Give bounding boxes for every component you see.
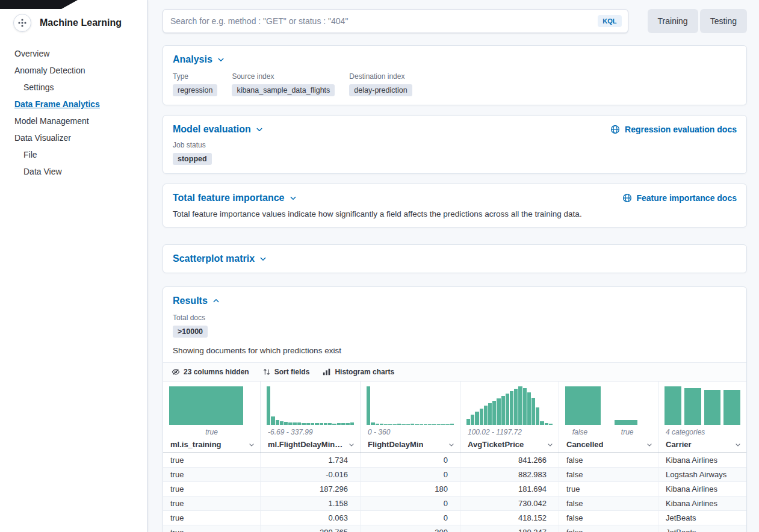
histogram-bar xyxy=(384,424,388,425)
column-menu-icon[interactable] xyxy=(448,441,455,448)
histogram-bar xyxy=(424,424,427,425)
field-value-badge: regression xyxy=(173,84,217,96)
histogram-bar xyxy=(284,422,288,425)
histogram-bar xyxy=(397,424,401,425)
table-cell: 0 xyxy=(361,468,460,481)
kql-badge[interactable]: KQL xyxy=(598,15,621,27)
histogram-bar xyxy=(497,398,500,425)
column-name[interactable]: Cancelled xyxy=(566,440,603,449)
table-cell: 300 xyxy=(361,525,460,532)
histogram-bar xyxy=(704,390,721,425)
histogram-bar xyxy=(565,386,601,425)
feature-importance-toggle[interactable]: Total feature importance xyxy=(173,193,297,203)
column-menu-icon[interactable] xyxy=(248,441,255,448)
training-button[interactable]: Training xyxy=(648,9,698,33)
sort-fields-button[interactable]: Sort fields xyxy=(259,363,314,381)
sidebar: Machine Learning OverviewAnomaly Detecti… xyxy=(0,0,147,532)
field-label: Destination index xyxy=(349,72,412,81)
column-header-Cancelled: falsetrueCancelled xyxy=(559,382,658,453)
column-menu-icon[interactable] xyxy=(547,441,554,448)
regression-evaluation-docs-link[interactable]: Regression evaluation docs xyxy=(610,125,737,134)
sidebar-item-settings[interactable]: Settings xyxy=(14,79,147,96)
results-toggle[interactable]: Results xyxy=(173,295,220,306)
histogram-range-label: true xyxy=(163,428,260,438)
grid-header: trueml.is_training-6.69 - 337.99ml.Fligh… xyxy=(163,382,746,453)
chevron-down-icon xyxy=(259,255,267,262)
histogram-bar xyxy=(341,423,345,425)
histogram-bar xyxy=(471,415,474,425)
total-docs-label: Total docs xyxy=(173,314,737,322)
histogram-bar xyxy=(267,386,270,425)
table-cell: true xyxy=(163,525,261,532)
testing-button[interactable]: Testing xyxy=(700,9,747,33)
scatterplot-toggle[interactable]: Scatterplot matrix xyxy=(173,253,267,264)
search-bar[interactable]: KQL xyxy=(163,9,628,33)
search-input[interactable] xyxy=(163,16,598,26)
scatterplot-panel: Scatterplot matrix xyxy=(163,244,747,273)
histogram-bar xyxy=(315,423,318,425)
histogram-bar xyxy=(684,388,701,425)
histogram-range-label: 100.02 - 1197.72 xyxy=(460,428,559,438)
sidebar-item-data-visualizer[interactable]: Data Visualizer xyxy=(14,129,147,146)
column-name[interactable]: Carrier xyxy=(666,440,692,449)
histogram-bar xyxy=(428,424,432,425)
docs-globe-icon xyxy=(622,193,632,203)
column-name[interactable]: ml.is_training xyxy=(170,440,222,449)
histogram-bar xyxy=(350,422,354,425)
histogram-bar xyxy=(523,388,527,425)
table-cell: true xyxy=(163,482,261,496)
histogram-bar xyxy=(536,407,539,425)
model-evaluation-toggle[interactable]: Model evaluation xyxy=(173,124,263,135)
job-status-badge: stopped xyxy=(173,153,212,165)
total-docs-badge: >10000 xyxy=(173,326,208,338)
table-cell: true xyxy=(163,511,261,525)
eye-closed-icon xyxy=(172,368,180,376)
histogram-bar xyxy=(492,401,496,425)
column-name[interactable]: ml.FlightDelayMin_pred xyxy=(268,440,345,449)
sidebar-item-model-management[interactable]: Model Management xyxy=(14,113,147,129)
histogram-bar xyxy=(514,389,518,425)
table-cell: false xyxy=(559,496,658,510)
column-menu-icon[interactable] xyxy=(646,441,653,448)
histogram-bar xyxy=(518,386,522,425)
model-evaluation-title: Model evaluation xyxy=(173,124,251,135)
column-name[interactable]: FlightDelayMin xyxy=(368,440,423,449)
feature-importance-panel: Total feature importance Feature importa… xyxy=(163,184,747,227)
column-name[interactable]: AvgTicketPrice xyxy=(468,440,524,449)
field-label: Source index xyxy=(232,72,335,81)
feature-importance-docs-link[interactable]: Feature importance docs xyxy=(622,193,737,203)
sidebar-item-file[interactable]: File xyxy=(14,146,147,163)
ml-logo-icon xyxy=(17,18,27,28)
histogram-range-label: 4 categories xyxy=(658,428,746,438)
results-panel: Results Total docs >10000 Showing docume… xyxy=(163,286,747,532)
sidebar-item-overview[interactable]: Overview xyxy=(14,45,147,62)
analysis-toggle[interactable]: Analysis xyxy=(173,54,225,65)
chevron-up-icon xyxy=(212,297,220,305)
table-cell: true xyxy=(559,482,658,496)
top-bar: KQL Training Testing xyxy=(163,9,747,33)
ml-logo xyxy=(13,14,31,32)
sidebar-item-data-frame-analytics[interactable]: Data Frame Analytics xyxy=(14,96,147,113)
histogram-bar xyxy=(531,398,535,425)
histogram-charts-button[interactable]: Histogram charts xyxy=(319,363,398,381)
table-cell: 882.983 xyxy=(460,468,559,481)
table-cell: Kibana Airlines xyxy=(658,453,746,467)
histogram xyxy=(163,386,260,425)
histogram-bar xyxy=(527,392,531,425)
histogram-bar xyxy=(371,422,374,425)
column-menu-icon[interactable] xyxy=(348,441,355,448)
column-menu-icon[interactable] xyxy=(734,441,742,448)
table-row: true187.296180181.694trueKibana Airlines xyxy=(163,482,746,496)
histogram-bar xyxy=(484,406,488,425)
table-cell: true xyxy=(163,453,261,467)
table-cell: -0.016 xyxy=(261,468,361,481)
sidebar-item-data-view[interactable]: Data View xyxy=(14,163,147,180)
table-cell: 0 xyxy=(361,496,460,510)
table-row: true0.0630418.152falseJetBeats xyxy=(163,511,746,525)
sidebar-item-anomaly-detection[interactable]: Anomaly Detection xyxy=(14,62,147,79)
columns-hidden-button[interactable]: 23 columns hidden xyxy=(168,363,253,381)
histogram-bar xyxy=(510,391,513,425)
histogram xyxy=(559,386,658,425)
histogram-bar xyxy=(480,409,483,425)
table-cell: true xyxy=(163,468,261,481)
